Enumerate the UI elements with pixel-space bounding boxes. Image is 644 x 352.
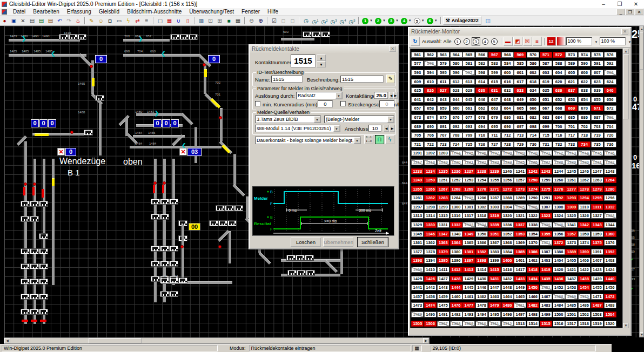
- contact-1293[interactable]: 1293: [565, 195, 578, 201]
- contact-1441[interactable]: 1441: [411, 285, 424, 290]
- contact-1281[interactable]: 1281: [411, 195, 424, 201]
- train-icon[interactable]: [178, 277, 187, 283]
- menu-item-bildschirmausschnitte[interactable]: Bildschirm-Ausschnitte: [123, 9, 185, 15]
- monitor-group-5-button[interactable]: 5: [490, 37, 499, 46]
- contact-657[interactable]: 657: [411, 105, 424, 111]
- train-icon[interactable]: [151, 199, 160, 205]
- contact-580[interactable]: 580: [450, 60, 462, 66]
- contact-1210[interactable]: 1210: [527, 150, 539, 156]
- quelle-select[interactable]: 3.Tams Zeus BiDiB▼: [255, 116, 321, 123]
- contact-1487[interactable]: 1487: [591, 302, 603, 308]
- contact-643[interactable]: 643: [437, 97, 450, 103]
- contact-601[interactable]: 601: [514, 70, 526, 76]
- contact-650[interactable]: 650: [527, 97, 539, 103]
- contact-1492[interactable]: 1492: [450, 312, 462, 317]
- contact-629[interactable]: 629: [462, 87, 475, 93]
- contact-1444[interactable]: 1444: [450, 285, 462, 290]
- contact-607[interactable]: 607: [591, 70, 603, 76]
- contact-579[interactable]: 579: [437, 60, 450, 66]
- contact-667[interactable]: 667: [540, 105, 552, 111]
- edge-01-10-button[interactable]: 0→11→0: [364, 135, 373, 144]
- chevron-down-icon[interactable]: ▼: [395, 19, 399, 22]
- contact-1209[interactable]: 1209: [514, 150, 526, 156]
- counter-box[interactable]: 000: [153, 119, 179, 127]
- train-icon[interactable]: [21, 294, 30, 300]
- contact-575[interactable]: 575: [591, 52, 603, 58]
- track-segment[interactable]: [220, 108, 223, 141]
- contact-616[interactable]: 616: [501, 79, 514, 85]
- contact-1481[interactable]: 1481: [514, 302, 526, 308]
- contact-573[interactable]: 573: [565, 52, 578, 58]
- contact-719[interactable]: 719: [591, 132, 603, 138]
- contact-1333[interactable]: 1333: [462, 222, 475, 228]
- contact-1461[interactable]: 1461: [462, 294, 475, 300]
- contact-1251[interactable]: 1251: [437, 177, 450, 183]
- contact-1435[interactable]: 1435: [540, 276, 552, 282]
- contact-1240[interactable]: 1240: [501, 168, 514, 174]
- contact-1409[interactable]: 1409: [411, 267, 424, 273]
- beschreibung-field[interactable]: 1515: [340, 76, 384, 83]
- loeschen-button[interactable]: Löschen: [291, 238, 321, 247]
- contact-1375[interactable]: 1375: [591, 240, 603, 246]
- contact-1314[interactable]: 1314: [424, 213, 437, 219]
- kurvenradius-checkbox[interactable]: [255, 101, 260, 106]
- contact-680[interactable]: 680: [501, 114, 514, 120]
- contact-672[interactable]: 672: [604, 105, 616, 111]
- contact-1222[interactable]: 1222: [475, 159, 488, 165]
- contact-1520[interactable]: 1520: [604, 321, 616, 327]
- contact-568[interactable]: 568: [501, 52, 514, 58]
- contact-638[interactable]: 638: [578, 87, 591, 93]
- contact-1431[interactable]: 1431: [488, 276, 501, 282]
- view-circle-4-button[interactable]: 4: [401, 18, 407, 24]
- contact-679[interactable]: 679: [488, 114, 501, 120]
- contact-1364[interactable]: 1364: [450, 240, 462, 246]
- contact-1353[interactable]: 1353: [514, 231, 526, 237]
- contact-1313[interactable]: 1313: [411, 213, 424, 219]
- train-icon[interactable]: [234, 205, 243, 211]
- track-segment[interactable]: [125, 119, 128, 136]
- contact-1250[interactable]: 1250: [424, 177, 437, 183]
- contact-641[interactable]: 641: [411, 97, 424, 103]
- contact-678[interactable]: 678: [475, 114, 488, 120]
- table-icon[interactable]: ▦: [233, 16, 243, 25]
- contact-1486[interactable]: 1486: [578, 302, 591, 308]
- contact-1268[interactable]: 1268: [450, 186, 462, 192]
- contact-1469[interactable]: 1469: [565, 294, 578, 300]
- contact-581[interactable]: 581: [462, 60, 475, 66]
- scroll-up-icon[interactable]: ▲: [623, 49, 629, 54]
- train-icon[interactable]: [21, 248, 30, 254]
- clock5-icon[interactable]: ◷5: [347, 16, 357, 25]
- contact-1290[interactable]: 1290: [527, 195, 539, 201]
- contact-676[interactable]: 676: [450, 114, 462, 120]
- contact-1400[interactable]: 1400: [501, 258, 514, 263]
- contact-1355[interactable]: 1355: [540, 231, 552, 237]
- cancel-icon[interactable]: ✕: [179, 148, 187, 155]
- scroll-down-icon[interactable]: ▼: [640, 332, 643, 337]
- contact-709[interactable]: 709: [462, 132, 475, 138]
- contact-1298[interactable]: 1298: [424, 204, 437, 210]
- contact-669[interactable]: 669: [565, 105, 578, 111]
- status-grid-icon[interactable]: ▦: [412, 345, 422, 351]
- train-icon[interactable]: [297, 270, 306, 276]
- contact-683[interactable]: 683: [540, 114, 552, 120]
- clock4-icon[interactable]: ◷4: [338, 16, 347, 25]
- contact-1365[interactable]: 1365: [462, 240, 475, 246]
- contact-1239[interactable]: 1239: [488, 168, 501, 174]
- contact-710[interactable]: 710: [475, 132, 488, 138]
- counter-box[interactable]: 000: [31, 119, 57, 127]
- train-icon[interactable]: [30, 279, 39, 285]
- contact-1316[interactable]: 1316: [450, 213, 462, 219]
- contact-1319[interactable]: 1319: [488, 213, 501, 219]
- contact-665[interactable]: 665: [514, 105, 526, 111]
- contact-1247[interactable]: 1247: [591, 168, 603, 174]
- contact-1495[interactable]: 1495: [488, 312, 501, 317]
- contact-1516[interactable]: 1516: [553, 321, 565, 327]
- contact-671[interactable]: 671: [591, 105, 603, 111]
- contact-1255[interactable]: 1255: [488, 177, 501, 183]
- chevron-down-icon[interactable]: ▼: [333, 125, 340, 132]
- contact-1504[interactable]: 1504: [604, 312, 616, 317]
- contact-1462[interactable]: 1462: [475, 294, 488, 300]
- monitor-group-1-button[interactable]: 1: [453, 37, 462, 46]
- dash-icon[interactable]: ▬: [504, 37, 513, 46]
- contact-699[interactable]: 699: [540, 124, 552, 130]
